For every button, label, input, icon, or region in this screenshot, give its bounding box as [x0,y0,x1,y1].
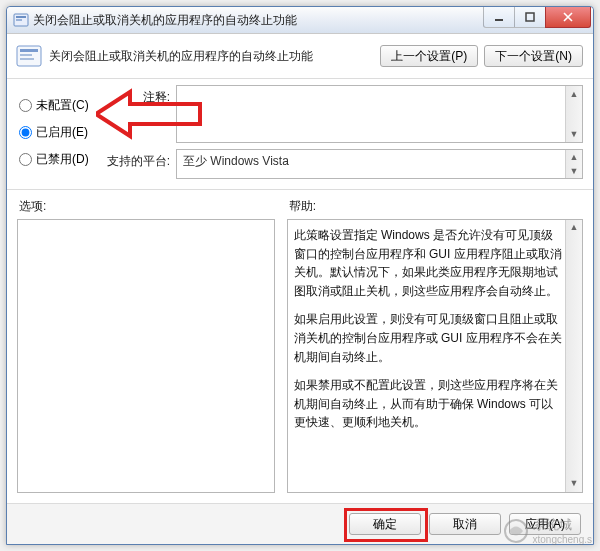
comment-input[interactable]: ▲ ▼ [176,85,583,143]
header-row: 关闭会阻止或取消关机的应用程序的自动终止功能 上一个设置(P) 下一个设置(N) [7,34,593,79]
scroll-up-icon[interactable]: ▲ [566,150,582,164]
right-fields: 注释: ▲ ▼ 支持的平台: 至少 Windows Vista ▲ [104,85,583,185]
help-column: 帮助: 此策略设置指定 Windows 是否允许没有可见顶级窗口的控制台应用程序… [287,196,583,493]
platform-value: 至少 Windows Vista [183,154,289,168]
policy-header-icon [15,42,43,70]
radio-enabled[interactable]: 已启用(E) [19,124,104,141]
radio-not-configured-input[interactable] [19,99,32,112]
radio-disabled[interactable]: 已禁用(D) [19,151,104,168]
svg-rect-4 [526,13,534,21]
radio-enabled-input[interactable] [19,126,32,139]
svg-rect-6 [20,49,38,52]
state-radio-group: 未配置(C) 已启用(E) 已禁用(D) [19,85,104,185]
window-title: 关闭会阻止或取消关机的应用程序的自动终止功能 [33,12,484,29]
window-buttons [484,7,591,27]
policy-icon [13,12,29,28]
prev-setting-button[interactable]: 上一个设置(P) [380,45,478,67]
titlebar: 关闭会阻止或取消关机的应用程序的自动终止功能 [7,7,593,34]
svg-rect-7 [20,54,32,56]
minimize-button[interactable] [483,7,515,28]
scroll-down-icon[interactable]: ▼ [566,476,582,492]
help-panel: 此策略设置指定 Windows 是否允许没有可见顶级窗口的控制台应用程序和 GU… [287,219,583,493]
close-button[interactable] [545,7,591,28]
help-label: 帮助: [287,196,583,219]
radio-not-configured[interactable]: 未配置(C) [19,97,104,114]
columns: 选项: 帮助: 此策略设置指定 Windows 是否允许没有可见顶级窗口的控制台… [7,189,593,503]
radio-disabled-label: 已禁用(D) [36,151,89,168]
cancel-button[interactable]: 取消 [429,513,501,535]
scroll-up-icon[interactable]: ▲ [566,86,582,102]
scroll-down-icon[interactable]: ▼ [566,164,582,178]
radio-not-configured-label: 未配置(C) [36,97,89,114]
options-label: 选项: [17,196,275,219]
scroll-up-icon[interactable]: ▲ [566,220,582,236]
platform-scrollbar[interactable]: ▲ ▼ [565,150,582,178]
dialog-footer: 确定 取消 应用(A) [7,503,593,544]
comment-scrollbar[interactable]: ▲ ▼ [565,86,582,142]
apply-button[interactable]: 应用(A) [509,513,581,535]
platform-label: 支持的平台: [104,149,176,179]
svg-rect-3 [495,19,503,21]
options-column: 选项: [17,196,275,493]
next-setting-button[interactable]: 下一个设置(N) [484,45,583,67]
policy-header-title: 关闭会阻止或取消关机的应用程序的自动终止功能 [49,48,374,65]
svg-rect-8 [20,58,34,60]
ok-button[interactable]: 确定 [349,513,421,535]
config-area: 未配置(C) 已启用(E) 已禁用(D) 注释: ▲ [7,79,593,189]
svg-rect-1 [16,16,26,18]
platform-field: 至少 Windows Vista ▲ ▼ [176,149,583,179]
help-paragraph-1: 此策略设置指定 Windows 是否允许没有可见顶级窗口的控制台应用程序和 GU… [294,226,562,300]
help-paragraph-3: 如果禁用或不配置此设置，则这些应用程序将在关机期间自动终止，从而有助于确保 Wi… [294,376,562,432]
help-paragraph-2: 如果启用此设置，则没有可见顶级窗口且阻止或取消关机的控制台应用程序或 GUI 应… [294,310,562,366]
maximize-button[interactable] [514,7,546,28]
options-panel [17,219,275,493]
svg-rect-2 [16,19,22,21]
help-scrollbar[interactable]: ▲ ▼ [565,220,582,492]
comment-label: 注释: [104,85,176,143]
radio-disabled-input[interactable] [19,153,32,166]
radio-enabled-label: 已启用(E) [36,124,88,141]
scroll-down-icon[interactable]: ▼ [566,126,582,142]
